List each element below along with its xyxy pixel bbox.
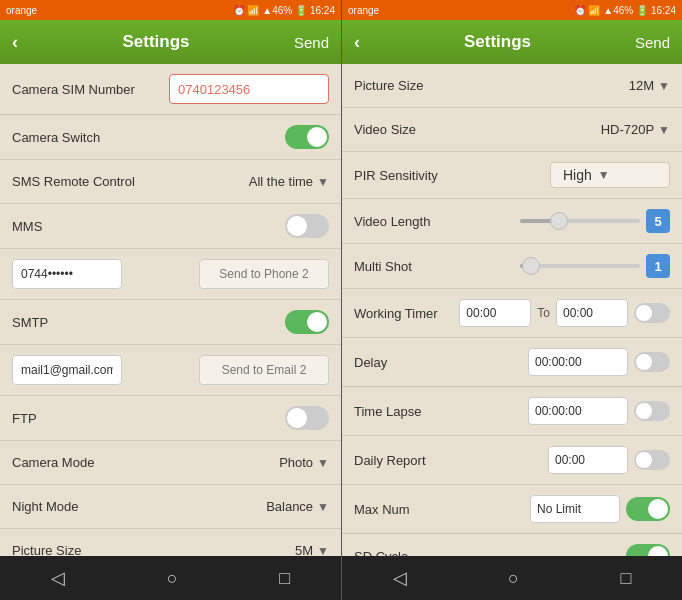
smtp-label: SMTP bbox=[12, 315, 48, 330]
camera-mode-select[interactable]: Photo ▼ bbox=[279, 455, 329, 470]
sd-cycle-row: SD Cycle bbox=[342, 534, 682, 556]
right-home-nav-icon[interactable]: ○ bbox=[508, 568, 519, 589]
video-length-label: Video Length bbox=[354, 214, 430, 229]
delay-input[interactable] bbox=[528, 348, 628, 376]
right-bottom-nav: ◁ ○ □ bbox=[342, 556, 682, 600]
email-inputs-row: Send to Email 2 bbox=[0, 345, 341, 396]
camera-switch-row: Camera Switch bbox=[0, 115, 341, 160]
left-back-button[interactable]: ‹ bbox=[12, 32, 18, 53]
video-length-track[interactable] bbox=[520, 219, 640, 223]
pir-sensitivity-value: High bbox=[563, 167, 592, 183]
working-timer-to[interactable] bbox=[556, 299, 628, 327]
multi-shot-track[interactable] bbox=[520, 264, 640, 268]
max-num-label: Max Num bbox=[354, 502, 410, 517]
video-length-row: Video Length 5 bbox=[342, 199, 682, 244]
pir-sensitivity-row: PIR Sensitivity High ▼ bbox=[342, 152, 682, 199]
left-header-title: Settings bbox=[122, 32, 189, 52]
pir-sensitivity-chevron: ▼ bbox=[598, 168, 610, 182]
right-back-button[interactable]: ‹ bbox=[354, 32, 360, 53]
sms-remote-row: SMS Remote Control All the time ▼ bbox=[0, 160, 341, 204]
left-send-button[interactable]: Send bbox=[294, 34, 329, 51]
right-picture-size-value: 12M bbox=[629, 78, 654, 93]
night-mode-row: Night Mode Balance ▼ bbox=[0, 485, 341, 529]
mms-row: MMS bbox=[0, 204, 341, 249]
left-back-nav-icon[interactable]: ◁ bbox=[51, 567, 65, 589]
right-status-icons: ⏰ 📶 ▲46% 🔋 16:24 bbox=[574, 5, 676, 16]
daily-report-input[interactable] bbox=[548, 446, 628, 474]
right-header-title: Settings bbox=[464, 32, 531, 52]
left-home-nav-icon[interactable]: ○ bbox=[167, 568, 178, 589]
left-panel: orange ⏰ 📶 ▲46% 🔋 16:24 ‹ Settings Send … bbox=[0, 0, 341, 600]
left-status-bar: orange ⏰ 📶 ▲46% 🔋 16:24 bbox=[0, 0, 341, 20]
right-panel: orange ⏰ 📶 ▲46% 🔋 16:24 ‹ Settings Send … bbox=[341, 0, 682, 600]
smtp-toggle[interactable] bbox=[285, 310, 329, 334]
time-lapse-toggle[interactable] bbox=[634, 401, 670, 421]
right-recents-nav-icon[interactable]: □ bbox=[620, 568, 631, 589]
working-timer-from[interactable] bbox=[459, 299, 531, 327]
working-timer-toggle[interactable] bbox=[634, 303, 670, 323]
daily-report-label: Daily Report bbox=[354, 453, 426, 468]
right-send-button[interactable]: Send bbox=[635, 34, 670, 51]
multi-shot-badge: 1 bbox=[646, 254, 670, 278]
left-picture-size-row: Picture Size 5M ▼ bbox=[0, 529, 341, 556]
multi-shot-row: Multi Shot 1 bbox=[342, 244, 682, 289]
right-back-nav-icon[interactable]: ◁ bbox=[393, 567, 407, 589]
camera-mode-value: Photo bbox=[279, 455, 313, 470]
sd-cycle-knob bbox=[648, 546, 668, 556]
night-mode-chevron: ▼ bbox=[317, 500, 329, 514]
night-mode-value: Balance bbox=[266, 499, 313, 514]
multi-shot-slider-row: 1 bbox=[520, 254, 670, 278]
night-mode-label: Night Mode bbox=[12, 499, 78, 514]
right-picture-size-label: Picture Size bbox=[354, 78, 423, 93]
daily-report-row: Daily Report bbox=[342, 436, 682, 485]
video-size-value: HD-720P bbox=[601, 122, 654, 137]
send-to-phone-button[interactable]: Send to Phone 2 bbox=[199, 259, 329, 289]
mms-knob bbox=[287, 216, 307, 236]
video-size-row: Video Size HD-720P ▼ bbox=[342, 108, 682, 152]
left-status-icons: ⏰ 📶 ▲46% 🔋 16:24 bbox=[233, 5, 335, 16]
max-num-toggle[interactable] bbox=[626, 497, 670, 521]
video-length-slider-row: 5 bbox=[520, 209, 670, 233]
right-picture-size-select[interactable]: 12M ▼ bbox=[629, 78, 670, 93]
left-picture-size-value: 5M bbox=[295, 543, 313, 556]
smtp-row: SMTP bbox=[0, 300, 341, 345]
video-size-label: Video Size bbox=[354, 122, 416, 137]
delay-toggle[interactable] bbox=[634, 352, 670, 372]
video-size-chevron: ▼ bbox=[658, 123, 670, 137]
right-header: ‹ Settings Send bbox=[342, 20, 682, 64]
left-picture-size-label: Picture Size bbox=[12, 543, 81, 556]
delay-row: Delay bbox=[342, 338, 682, 387]
ftp-row: FTP bbox=[0, 396, 341, 441]
sd-cycle-toggle[interactable] bbox=[626, 544, 670, 556]
camera-switch-knob bbox=[307, 127, 327, 147]
max-num-input[interactable] bbox=[530, 495, 620, 523]
left-picture-size-chevron: ▼ bbox=[317, 544, 329, 557]
send-to-email-button[interactable]: Send to Email 2 bbox=[199, 355, 329, 385]
time-lapse-input[interactable] bbox=[528, 397, 628, 425]
left-carrier: orange bbox=[6, 5, 37, 16]
left-recents-nav-icon[interactable]: □ bbox=[279, 568, 290, 589]
pir-sensitivity-select[interactable]: High ▼ bbox=[550, 162, 670, 188]
right-picture-size-chevron: ▼ bbox=[658, 79, 670, 93]
video-size-select[interactable]: HD-720P ▼ bbox=[601, 122, 670, 137]
camera-sim-input[interactable] bbox=[169, 74, 329, 104]
ftp-toggle[interactable] bbox=[285, 406, 329, 430]
camera-sim-row: Camera SIM Number bbox=[0, 64, 341, 115]
phone-inputs-row: Send to Phone 2 bbox=[0, 249, 341, 300]
left-picture-size-select[interactable]: 5M ▼ bbox=[295, 543, 329, 556]
sd-cycle-label: SD Cycle bbox=[354, 549, 408, 557]
email-input[interactable] bbox=[12, 355, 122, 385]
mms-toggle[interactable] bbox=[285, 214, 329, 238]
working-timer-label: Working Timer bbox=[354, 306, 438, 321]
camera-sim-label: Camera SIM Number bbox=[12, 82, 135, 97]
left-header: ‹ Settings Send bbox=[0, 20, 341, 64]
phone-number-input[interactable] bbox=[12, 259, 122, 289]
right-content: Picture Size 12M ▼ Video Size HD-720P ▼ … bbox=[342, 64, 682, 556]
sms-remote-select[interactable]: All the time ▼ bbox=[249, 174, 329, 189]
camera-mode-chevron: ▼ bbox=[317, 456, 329, 470]
daily-report-toggle[interactable] bbox=[634, 450, 670, 470]
ftp-label: FTP bbox=[12, 411, 37, 426]
night-mode-select[interactable]: Balance ▼ bbox=[266, 499, 329, 514]
sms-remote-chevron: ▼ bbox=[317, 175, 329, 189]
camera-switch-toggle[interactable] bbox=[285, 125, 329, 149]
